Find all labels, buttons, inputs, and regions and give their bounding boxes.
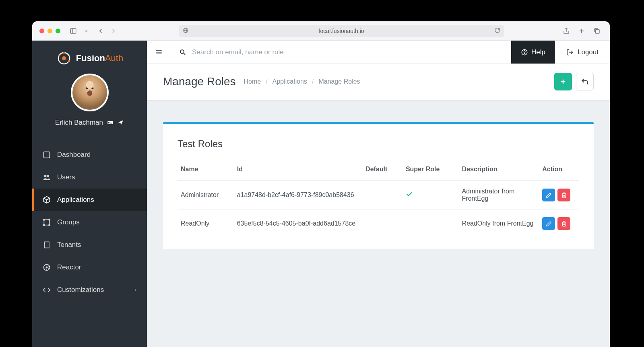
tenants-icon — [43, 241, 51, 249]
breadcrumb: Home / Applications / Manage Roles — [244, 78, 360, 85]
svg-point-35 — [46, 267, 47, 268]
table-row: ReadOnly 635ef5c8-54c5-4605-ba0f-add6ad1… — [178, 210, 579, 238]
search-input[interactable] — [192, 48, 503, 56]
new-tab-icon[interactable] — [576, 25, 587, 37]
trash-icon — [561, 192, 567, 198]
topbar: Help Logout — [147, 41, 610, 64]
logout-label: Logout — [578, 48, 599, 56]
sidebar-item-label: Dashboard — [57, 151, 91, 159]
avatar[interactable] — [71, 74, 109, 111]
delete-button[interactable] — [557, 217, 570, 230]
help-icon — [521, 49, 528, 56]
chevron-down-icon[interactable] — [80, 25, 92, 37]
location-arrow-icon[interactable] — [118, 119, 124, 126]
cell-super — [402, 210, 459, 238]
svg-rect-27 — [44, 242, 49, 248]
svg-point-42 — [524, 53, 525, 54]
svg-rect-15 — [108, 122, 109, 123]
nav-forward-icon[interactable] — [108, 25, 119, 37]
url-text: local.fusionauth.io — [319, 28, 364, 34]
app-root: FusionAuth Erlich Bachman Dashboard User… — [32, 41, 610, 347]
roles-card: Test Roles Name Id Default Super Role De… — [163, 122, 594, 249]
customizations-icon — [43, 286, 51, 294]
table-header-row: Name Id Default Super Role Description A… — [178, 161, 579, 181]
edit-icon — [546, 221, 552, 227]
sidebar-item-label: Reactor — [57, 263, 81, 271]
svg-point-13 — [68, 60, 70, 62]
nav-back-icon[interactable] — [95, 25, 106, 37]
sidebar-item-users[interactable]: Users — [32, 166, 147, 189]
cell-name: ReadOnly — [178, 210, 234, 238]
cell-default — [362, 210, 402, 238]
page-title: Manage Roles — [163, 75, 236, 88]
svg-line-40 — [184, 53, 185, 54]
edit-button[interactable] — [542, 217, 555, 230]
logout-button[interactable]: Logout — [555, 41, 610, 64]
trash-icon — [561, 221, 567, 227]
breadcrumb-current: Manage Roles — [318, 78, 360, 85]
reactor-icon — [43, 263, 51, 271]
sidebar-item-dashboard[interactable]: Dashboard — [32, 144, 147, 166]
sidebar-item-reactor[interactable]: Reactor — [32, 256, 147, 279]
search-icon — [179, 49, 186, 56]
col-super: Super Role — [402, 161, 459, 181]
help-button[interactable]: Help — [511, 41, 555, 64]
fullscreen-window-icon[interactable] — [56, 29, 60, 33]
cell-actions — [539, 181, 579, 210]
refresh-icon[interactable] — [494, 27, 500, 35]
logout-icon — [566, 49, 574, 56]
cell-id: 635ef5c8-54c5-4605-ba0f-add6ad1578ce — [234, 210, 362, 238]
users-icon — [43, 173, 51, 181]
sidebar-item-groups[interactable]: Groups — [32, 211, 147, 234]
col-action: Action — [539, 161, 579, 181]
search-wrap — [171, 48, 511, 56]
svg-rect-18 — [44, 152, 50, 158]
id-card-icon[interactable] — [107, 119, 114, 126]
sidebar-item-customizations[interactable]: Customizations ‹ — [32, 279, 147, 301]
cell-desc: Administrator from FrontEgg — [459, 181, 539, 210]
back-button[interactable] — [576, 73, 594, 90]
applications-icon — [43, 196, 51, 204]
breadcrumb-separator: / — [266, 78, 267, 85]
delete-button[interactable] — [557, 189, 570, 201]
plus-icon — [559, 78, 567, 85]
col-id: Id — [234, 161, 362, 181]
svg-rect-22 — [44, 220, 49, 225]
sidebar-item-label: Applications — [57, 196, 94, 204]
sidebar-collapse-button[interactable] — [147, 41, 171, 64]
card-title: Test Roles — [178, 138, 579, 150]
svg-point-26 — [49, 224, 50, 226]
tabs-icon[interactable] — [591, 25, 603, 37]
sidebar-item-tenants[interactable]: Tenants — [32, 234, 147, 256]
svg-point-25 — [43, 224, 45, 226]
sidebar-item-label: Customizations — [57, 286, 104, 294]
edit-button[interactable] — [542, 189, 555, 201]
sidebar-toggle-icon[interactable] — [68, 25, 79, 37]
sidebar-item-applications[interactable]: Applications — [32, 189, 147, 211]
col-default: Default — [362, 161, 402, 181]
main: Help Logout Manage Roles Home / Applicat… — [147, 41, 610, 347]
cell-super — [402, 181, 459, 210]
share-icon[interactable] — [561, 25, 572, 37]
cell-default — [362, 181, 402, 210]
logo-mark-icon — [56, 50, 72, 66]
page-header: Manage Roles Home / Applications / Manag… — [147, 64, 610, 101]
svg-point-23 — [43, 219, 45, 220]
svg-point-39 — [180, 50, 184, 53]
sidebar: FusionAuth Erlich Bachman Dashboard User… — [32, 41, 147, 347]
close-window-icon[interactable] — [39, 29, 44, 33]
minimize-window-icon[interactable] — [47, 29, 52, 33]
breadcrumb-applications[interactable]: Applications — [272, 78, 307, 85]
dashboard-icon — [43, 151, 51, 159]
svg-rect-0 — [70, 29, 76, 33]
breadcrumb-separator: / — [312, 78, 314, 85]
help-label: Help — [531, 48, 545, 56]
brand-name: FusionAuth — [76, 53, 123, 64]
table-row: Administrator a1a9748d-b2cf-4af6-9773-f8… — [178, 181, 579, 210]
breadcrumb-home[interactable]: Home — [244, 78, 261, 85]
url-bar[interactable]: local.fusionauth.io — [179, 25, 504, 37]
svg-point-19 — [44, 175, 47, 177]
cell-name: Administrator — [178, 181, 234, 210]
cell-id: a1a9748d-b2cf-4af6-9773-f89c0ab58436 — [234, 181, 362, 210]
add-button[interactable] — [554, 73, 572, 90]
